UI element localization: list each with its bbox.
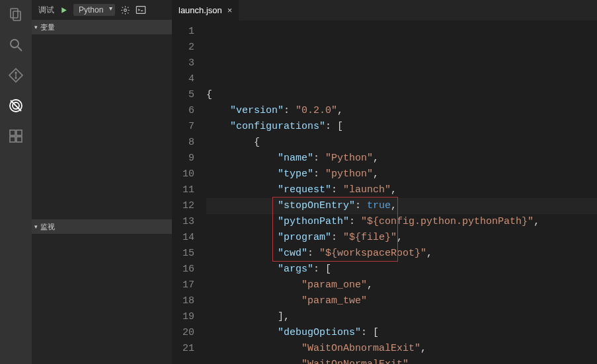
- code-line[interactable]: "WaitOnNormalExit",: [206, 357, 597, 364]
- section-variables-body: [32, 34, 172, 219]
- debug-icon[interactable]: [7, 96, 25, 115]
- chevron-down-icon: ▾: [34, 223, 38, 230]
- code-line[interactable]: "name": "Python",: [206, 151, 597, 166]
- svg-line-3: [18, 47, 22, 51]
- debug-console-icon[interactable]: [136, 5, 146, 15]
- tab-label: launch.json: [179, 5, 222, 15]
- code-line[interactable]: "cwd": "${workspaceRoot}",: [206, 246, 597, 262]
- line-number: 21: [172, 341, 194, 357]
- code-line[interactable]: ],: [206, 309, 597, 325]
- line-number: 13: [172, 214, 194, 230]
- gear-icon[interactable]: [120, 5, 130, 15]
- line-number: 1: [172, 24, 194, 40]
- code-line[interactable]: "request": "launch",: [206, 182, 597, 198]
- tab-launch-json[interactable]: launch.json ×: [172, 0, 239, 20]
- debug-toolbar: 调试 Python: [32, 0, 172, 20]
- section-title: 监视: [40, 222, 55, 232]
- start-debug-icon[interactable]: [60, 6, 68, 15]
- line-number: 15: [172, 246, 194, 262]
- line-number: 7: [172, 119, 194, 135]
- chevron-down-icon: ▾: [34, 24, 38, 30]
- svg-rect-12: [10, 137, 15, 142]
- code-line[interactable]: "param_one",: [206, 277, 597, 293]
- section-variables-header[interactable]: ▾ 变量: [32, 20, 172, 34]
- line-number: 5: [172, 87, 194, 103]
- section-title: 变量: [40, 22, 55, 32]
- svg-rect-1: [13, 11, 20, 20]
- debug-config-select[interactable]: Python: [73, 4, 115, 16]
- line-number: 10: [172, 166, 194, 182]
- scm-icon[interactable]: [7, 66, 25, 85]
- line-number: 8: [172, 135, 194, 151]
- line-gutter: 123456789101112131415161718192021: [172, 21, 206, 364]
- line-number: 3: [172, 55, 194, 71]
- code-line[interactable]: "type": "python",: [206, 166, 597, 182]
- close-icon[interactable]: ×: [227, 5, 233, 15]
- line-number: 9: [172, 151, 194, 166]
- svg-point-2: [11, 40, 19, 48]
- editor-area: launch.json × 12345678910111213141516171…: [172, 0, 597, 364]
- explorer-icon[interactable]: [7, 5, 25, 24]
- code-line[interactable]: "WaitOnAbnormalExit",: [206, 341, 597, 357]
- code-line[interactable]: "param_twe": [206, 293, 597, 309]
- code-line[interactable]: "version": "0.2.0",: [206, 103, 597, 119]
- code-line[interactable]: "debugOptions": [: [206, 325, 597, 341]
- line-number: 12: [172, 198, 194, 214]
- code-line[interactable]: "args": [: [206, 262, 597, 277]
- search-icon[interactable]: [7, 36, 25, 54]
- line-number: 4: [172, 71, 194, 87]
- line-number: 19: [172, 309, 194, 325]
- svg-rect-15: [137, 7, 145, 14]
- line-number: 14: [172, 230, 194, 246]
- svg-rect-0: [11, 9, 18, 18]
- code-line[interactable]: "program": "${file}",: [206, 230, 597, 246]
- tab-bar: launch.json ×: [172, 0, 597, 21]
- line-number: 16: [172, 262, 194, 277]
- extensions-icon[interactable]: [7, 127, 25, 145]
- code-editor[interactable]: 123456789101112131415161718192021 { "ver…: [172, 21, 597, 364]
- code-line[interactable]: "stopOnEntry": true,: [206, 198, 597, 214]
- code-content[interactable]: { "version": "0.2.0", "configurations": …: [206, 21, 597, 364]
- code-line[interactable]: {: [206, 87, 597, 103]
- svg-point-14: [124, 9, 127, 11]
- line-number: 6: [172, 103, 194, 119]
- line-number: 17: [172, 277, 194, 293]
- line-number: 18: [172, 293, 194, 309]
- svg-rect-11: [17, 130, 22, 135]
- code-line[interactable]: {: [206, 135, 597, 151]
- debug-sidebar: 调试 Python ▾ 变量 ▾ 监视: [32, 0, 172, 364]
- code-line[interactable]: "pythonPath": "${config.python.pythonPat…: [206, 214, 597, 230]
- line-number: 11: [172, 182, 194, 198]
- line-number: 20: [172, 325, 194, 341]
- svg-rect-13: [17, 137, 22, 142]
- svg-rect-10: [10, 130, 15, 135]
- section-watch-header[interactable]: ▾ 监视: [32, 219, 172, 234]
- code-line[interactable]: "configurations": [: [206, 119, 597, 135]
- activity-bar: [0, 0, 32, 364]
- section-watch-body: [32, 234, 172, 353]
- debug-label: 调试: [38, 5, 54, 16]
- line-number: 2: [172, 40, 194, 55]
